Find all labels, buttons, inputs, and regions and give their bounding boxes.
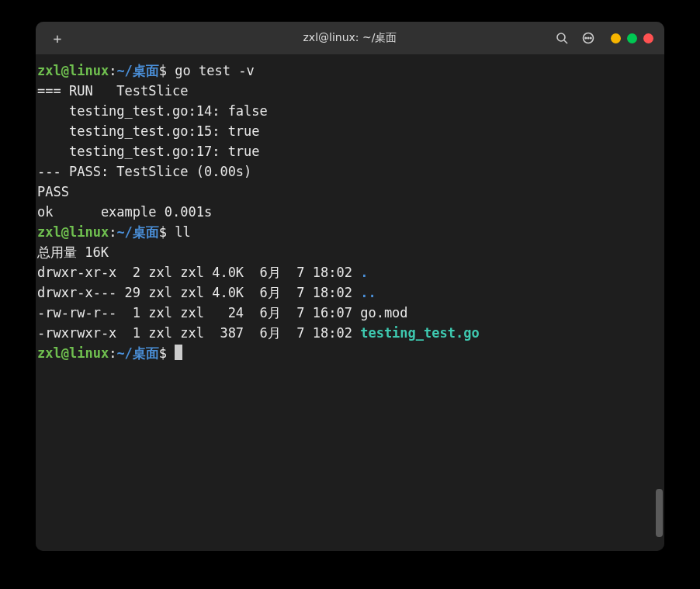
command-text: go test -v xyxy=(175,63,254,78)
command-text: ll xyxy=(175,224,190,240)
scrollbar[interactable] xyxy=(656,489,663,537)
prompt-line-3: zxl@linux:~/桌面$ xyxy=(37,343,663,363)
ll-row-name: . xyxy=(360,265,368,280)
prompt-line-1: zxl@linux:~/桌面$ go test -v xyxy=(37,61,663,81)
search-icon xyxy=(556,32,568,44)
ll-row-4: -rwxrwxr-x 1 zxl zxl 387 6月 7 18:02 test… xyxy=(37,323,663,343)
output-run: === RUN TestSlice xyxy=(37,81,663,101)
svg-point-0 xyxy=(557,33,565,41)
ll-row-prefix: drwxr-x--- 29 zxl zxl 4.0K 6月 7 18:02 xyxy=(37,285,360,300)
output-ok: ok example 0.001s xyxy=(37,202,663,222)
prompt-user-host: zxl@linux xyxy=(37,63,109,78)
prompt-symbol: $ xyxy=(159,63,167,78)
titlebar-right-controls xyxy=(553,29,653,47)
ll-row-2: drwxr-x--- 29 zxl zxl 4.0K 6月 7 18:02 .. xyxy=(37,282,663,303)
prompt-symbol: $ xyxy=(159,224,167,240)
prompt-separator: : xyxy=(109,63,116,78)
output-log-3: testing_test.go:17: true xyxy=(37,141,663,161)
output-pass-line: --- PASS: TestSlice (0.00s) xyxy=(37,161,663,182)
prompt-line-2: zxl@linux:~/桌面$ ll xyxy=(37,222,663,242)
prompt-symbol: $ xyxy=(159,345,167,361)
svg-line-1 xyxy=(564,40,567,43)
svg-point-5 xyxy=(590,37,591,39)
ll-header: 总用量 16K xyxy=(37,242,663,262)
terminal-body[interactable]: zxl@linux:~/桌面$ go test -v === RUN TestS… xyxy=(36,54,664,551)
prompt-user-host: zxl@linux xyxy=(37,345,109,361)
prompt-path: ~/桌面 xyxy=(116,63,158,78)
ll-row-name: .. xyxy=(360,285,376,300)
output-pass: PASS xyxy=(37,182,663,202)
prompt-path: ~/桌面 xyxy=(116,345,158,361)
terminal-window: + zxl@linux: ~/桌面 xyxy=(36,22,664,551)
search-button[interactable] xyxy=(553,29,570,47)
prompt-separator: : xyxy=(109,345,116,361)
ll-row-name: go.mod xyxy=(360,305,407,320)
ll-row-name: testing_test.go xyxy=(360,325,480,341)
window-controls xyxy=(611,33,653,43)
svg-point-4 xyxy=(587,37,589,39)
titlebar: + zxl@linux: ~/桌面 xyxy=(36,22,664,54)
cursor xyxy=(175,345,182,360)
ll-row-prefix: drwxr-xr-x 2 zxl zxl 4.0K 6月 7 18:02 xyxy=(37,265,360,280)
ll-row-prefix: -rwxrwxr-x 1 zxl zxl 387 6月 7 18:02 xyxy=(37,325,360,341)
prompt-separator: : xyxy=(109,224,116,240)
menu-button[interactable] xyxy=(580,29,597,47)
ll-row-3: -rw-rw-r-- 1 zxl zxl 24 6月 7 16:07 go.mo… xyxy=(37,303,663,323)
ll-row-1: drwxr-xr-x 2 zxl zxl 4.0K 6月 7 18:02 . xyxy=(37,262,663,282)
ll-row-prefix: -rw-rw-r-- 1 zxl zxl 24 6月 7 16:07 xyxy=(37,305,360,320)
maximize-button[interactable] xyxy=(627,33,637,43)
output-log-2: testing_test.go:15: true xyxy=(37,121,663,141)
close-button[interactable] xyxy=(643,33,653,43)
output-log-1: testing_test.go:14: false xyxy=(37,101,663,121)
minimize-button[interactable] xyxy=(611,33,621,43)
prompt-path: ~/桌面 xyxy=(116,224,158,240)
menu-icon xyxy=(582,32,594,44)
prompt-user-host: zxl@linux xyxy=(37,224,109,240)
new-tab-button[interactable]: + xyxy=(47,27,68,49)
svg-point-3 xyxy=(585,37,587,39)
plus-icon: + xyxy=(54,30,62,47)
window-title: zxl@linux: ~/桌面 xyxy=(303,31,397,45)
